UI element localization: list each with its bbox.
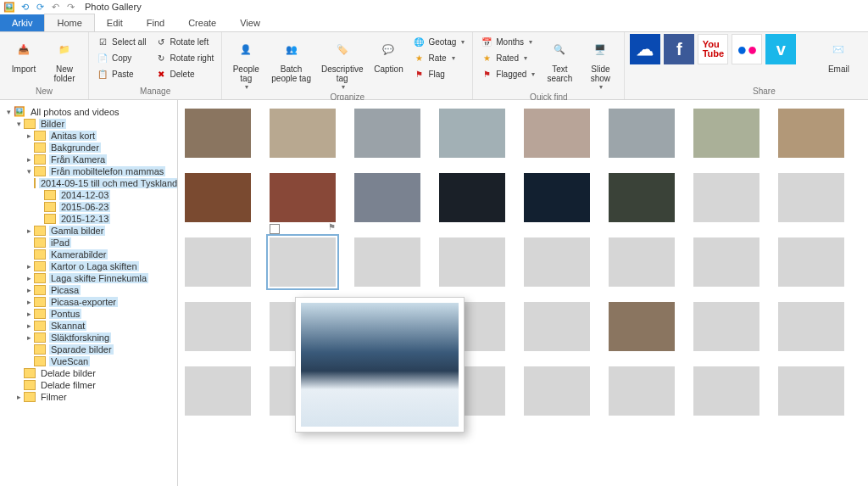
chevron-right-icon[interactable]: ▸ [24,321,34,330]
tree-item[interactable]: ▸Kartor o Laga skiften [2,260,175,272]
thumbnail[interactable] [270,237,336,287]
thumbnail[interactable] [693,237,760,287]
tree-root[interactable]: ▾ 🖼️ All photos and videos [2,105,175,118]
thumbnail[interactable] [609,173,675,222]
flagged-button[interactable]: ⚑Flagged▾ [478,66,537,82]
thumbnail[interactable] [439,173,505,222]
chevron-right-icon[interactable]: ▸ [14,393,24,401]
thumbnail[interactable] [693,366,760,416]
thumbnail[interactable] [609,302,675,351]
chevron-right-icon[interactable]: ▸ [24,226,34,235]
chevron-right-icon[interactable]: ▸ [24,262,34,271]
batch-people-tag-button[interactable]: 👥Batch people tag [268,34,314,85]
thumbnail[interactable] [693,302,760,351]
tab-file[interactable]: Arkiv [0,14,44,31]
thumbnail[interactable] [524,109,590,158]
tab-home[interactable]: Home [44,14,94,31]
tab-find[interactable]: Find [135,14,176,31]
tree-item[interactable]: VueScan [2,355,175,367]
tree-item[interactable]: Sparade bilder [2,344,175,355]
copy-button[interactable]: 📄Copy [94,50,149,66]
chevron-right-icon[interactable]: ▸ [24,131,34,140]
delete-button[interactable]: ✖Delete [153,66,217,82]
rotate-right-button[interactable]: ↻Rotate right [153,50,217,66]
thumbnail[interactable] [270,109,336,158]
new-folder-button[interactable]: 📁 New folder [46,34,83,85]
thumbnail[interactable] [185,109,251,158]
thumbnail[interactable] [778,302,844,351]
chevron-right-icon[interactable]: ▸ [24,286,34,294]
thumbnail[interactable] [354,109,420,158]
thumbnail[interactable] [439,109,505,158]
thumbnail[interactable] [609,366,675,416]
folder-tree[interactable]: ▾ 🖼️ All photos and videos ▾Bilder▸Anita… [0,100,178,486]
vimeo-icon[interactable]: v [765,34,796,64]
qat-redo-icon[interactable]: ↷ [64,1,76,13]
people-tag-button[interactable]: 👤People tag▾ [227,34,264,92]
thumbnail[interactable] [439,237,505,287]
thumbnail[interactable] [185,302,251,351]
tree-item[interactable]: ▾Bilder [2,118,175,130]
chevron-down-icon[interactable]: ▾ [14,120,24,128]
tree-item[interactable]: 2015-06-23 [2,201,175,213]
signin-button[interactable]: 👤Sign in [860,34,868,85]
chevron-right-icon[interactable]: ▸ [24,298,34,306]
qat-back-icon[interactable]: ⟲ [19,1,31,13]
qat-undo-icon[interactable]: ↶ [49,1,61,13]
thumbnail[interactable] [693,173,760,222]
tree-item[interactable]: ▸Picasa [2,284,175,296]
tree-item[interactable]: ▸Filmer [2,391,175,403]
email-button[interactable]: ✉️Email [820,34,857,75]
import-button[interactable]: 📥 Import [5,34,42,75]
text-search-button[interactable]: 🔍Text search [541,34,578,85]
qat-forward-icon[interactable]: ⟳ [34,1,46,13]
chevron-down-icon[interactable]: ▾ [3,108,14,116]
thumbnail[interactable] [778,237,844,287]
tree-item[interactable]: 2014-09-15 till och med Tysklandsre [2,177,175,189]
onedrive-icon[interactable]: ☁ [630,34,660,64]
thumbnail[interactable] [354,237,420,287]
tree-item[interactable]: ▾Från mobiltelefon mammas [2,165,175,177]
thumbnail[interactable] [609,237,675,287]
thumbnail-area[interactable] [178,100,868,486]
tree-item[interactable]: Kamerabilder [2,249,175,260]
months-button[interactable]: 📅Months▾ [478,34,537,50]
chevron-down-icon[interactable]: ▾ [24,167,34,176]
flag-button[interactable]: ⚑Flag [410,66,467,82]
geotag-button[interactable]: 🌐Geotag▾ [410,34,467,50]
select-all-button[interactable]: ☑Select all [94,34,149,50]
tree-item[interactable]: ▸Anitas kort [2,130,175,142]
thumbnail[interactable] [185,237,251,287]
rotate-left-button[interactable]: ↺Rotate left [153,34,217,50]
tab-create[interactable]: Create [176,14,228,31]
thumbnail[interactable] [778,109,844,158]
thumbnail[interactable] [524,302,590,351]
chevron-right-icon[interactable]: ▸ [24,310,34,318]
tree-item[interactable]: ▸Gamla bilder [2,225,175,237]
flickr-icon[interactable]: ●● [732,34,762,64]
tree-item[interactable]: 2014-12-03 [2,189,175,201]
slideshow-button[interactable]: 🖥️Slide show▾ [581,34,619,92]
thumbnail[interactable] [778,366,844,416]
descriptive-tag-button[interactable]: 🏷️Descriptive tag▾ [318,34,366,92]
paste-button[interactable]: 📋Paste [94,66,149,82]
tree-item[interactable]: iPad [2,237,175,249]
facebook-icon[interactable]: f [664,34,694,64]
tree-item[interactable]: Delade bilder [2,367,175,379]
thumbnail[interactable] [524,366,590,416]
tab-edit[interactable]: Edit [95,14,135,31]
tree-item[interactable]: ▸Pontus [2,308,175,320]
thumbnail[interactable] [778,173,844,222]
tab-view[interactable]: View [228,14,272,31]
thumbnail[interactable] [524,237,590,287]
thumbnail[interactable] [609,109,675,158]
thumbnail[interactable] [270,173,336,222]
thumbnail[interactable] [693,109,760,158]
thumbnail[interactable] [185,366,251,416]
thumbnail[interactable] [524,173,590,222]
tree-item[interactable]: Delade filmer [2,379,175,391]
youtube-icon[interactable]: YouTube [698,34,728,64]
tree-item[interactable]: ▸Laga skifte Finnekumla [2,272,175,284]
chevron-right-icon[interactable]: ▸ [24,155,34,164]
caption-button[interactable]: 💬Caption [370,34,407,75]
